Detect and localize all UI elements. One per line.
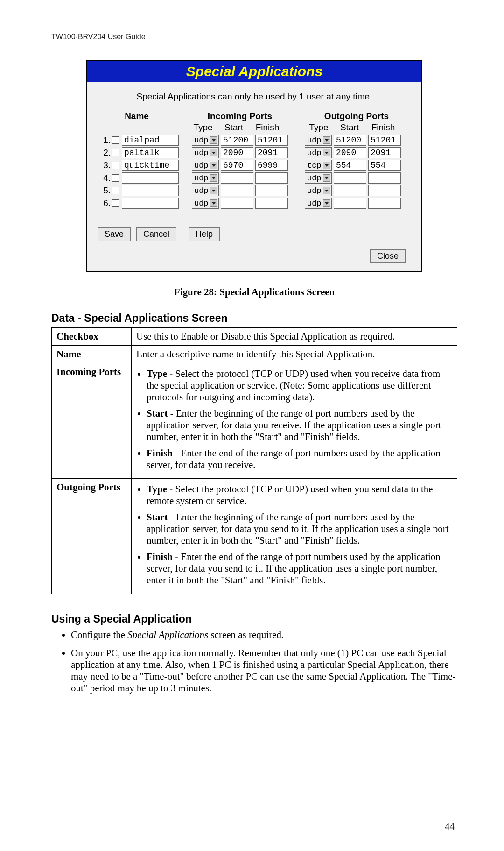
- incoming-finish-item: Finish - Enter the end of the range of p…: [147, 447, 452, 471]
- outgoing-start-input[interactable]: [334, 172, 366, 184]
- col-header-out-finish: Finish: [366, 122, 400, 133]
- incoming-type-select[interactable]: udp: [192, 147, 219, 158]
- row-label-name: Name: [52, 346, 132, 363]
- col-header-out-type: Type: [305, 122, 333, 133]
- row-text-checkbox: Use this to Enable or Disable this Speci…: [132, 328, 457, 346]
- app-row: 1.udpudp: [98, 135, 411, 146]
- outgoing-finish-input[interactable]: [368, 160, 401, 171]
- group-header-outgoing: Outgoing Ports: [306, 111, 407, 121]
- chevron-down-icon: [323, 136, 330, 144]
- outgoing-start-input[interactable]: [334, 135, 366, 146]
- usage-item-1: Configure the Special Applications scree…: [71, 629, 457, 641]
- incoming-start-input[interactable]: [221, 172, 253, 184]
- incoming-start-input[interactable]: [221, 198, 253, 209]
- name-input[interactable]: [122, 172, 179, 184]
- enable-checkbox[interactable]: [112, 199, 119, 207]
- incoming-finish-input[interactable]: [255, 185, 288, 196]
- incoming-finish-input[interactable]: [255, 198, 288, 209]
- outgoing-finish-input[interactable]: [368, 147, 401, 158]
- panel-note: Special Applications can only be used by…: [98, 92, 411, 102]
- incoming-start-input[interactable]: [221, 160, 253, 171]
- enable-checkbox[interactable]: [112, 136, 119, 144]
- incoming-finish-input[interactable]: [255, 135, 288, 146]
- chevron-down-icon: [323, 199, 330, 207]
- chevron-down-icon: [210, 136, 217, 144]
- incoming-start-input[interactable]: [221, 135, 253, 146]
- name-input[interactable]: [122, 160, 179, 171]
- enable-checkbox[interactable]: [112, 162, 119, 169]
- chevron-down-icon: [210, 174, 217, 182]
- chevron-down-icon: [210, 199, 217, 207]
- name-input[interactable]: [122, 147, 179, 158]
- save-button[interactable]: Save: [98, 227, 131, 241]
- row-number: 6.: [98, 198, 112, 208]
- enable-checkbox[interactable]: [112, 149, 119, 156]
- name-input[interactable]: [122, 198, 179, 209]
- outgoing-type-select[interactable]: udp: [305, 198, 332, 209]
- row-label-checkbox: Checkbox: [52, 328, 132, 346]
- incoming-finish-input[interactable]: [255, 172, 288, 184]
- col-header-in-finish: Finish: [251, 122, 284, 133]
- chevron-down-icon: [323, 174, 330, 182]
- outgoing-start-input[interactable]: [334, 198, 366, 209]
- outgoing-start-input[interactable]: [334, 160, 366, 171]
- row-label-incoming: Incoming Ports: [52, 363, 132, 479]
- chevron-down-icon: [210, 149, 217, 156]
- outgoing-type-item: Type - Select the protocol (TCP or UDP) …: [147, 483, 452, 507]
- incoming-type-select[interactable]: udp: [192, 198, 219, 209]
- incoming-type-item: Type - Select the protocol (TCP or UDP) …: [147, 368, 452, 403]
- outgoing-finish-input[interactable]: [368, 185, 401, 196]
- chevron-down-icon: [323, 149, 330, 156]
- cancel-button[interactable]: Cancel: [136, 227, 176, 241]
- row-number: 5.: [98, 185, 112, 196]
- close-button[interactable]: Close: [370, 249, 406, 263]
- name-input[interactable]: [122, 135, 179, 146]
- row-number: 3.: [98, 160, 112, 170]
- outgoing-finish-input[interactable]: [368, 172, 401, 184]
- outgoing-type-select[interactable]: udp: [305, 147, 332, 158]
- outgoing-start-item: Start - Enter the beginning of the range…: [147, 511, 452, 546]
- app-row: 4.udpudp: [98, 172, 411, 184]
- section-usage-heading: Using a Special Application: [51, 613, 457, 625]
- row-label-outgoing: Outgoing Ports: [52, 479, 132, 594]
- outgoing-start-input[interactable]: [334, 185, 366, 196]
- outgoing-type-select[interactable]: udp: [305, 172, 332, 184]
- chevron-down-icon: [323, 187, 330, 194]
- incoming-type-select[interactable]: udp: [192, 135, 219, 146]
- special-applications-panel: Special Applications Special Application…: [86, 60, 422, 272]
- name-input[interactable]: [122, 185, 179, 196]
- outgoing-type-select[interactable]: udp: [305, 185, 332, 196]
- outgoing-start-input[interactable]: [334, 147, 366, 158]
- incoming-finish-input[interactable]: [255, 147, 288, 158]
- figure-caption: Figure 28: Special Applications Screen: [51, 286, 457, 298]
- incoming-start-input[interactable]: [221, 147, 253, 158]
- col-header-out-start: Start: [333, 122, 366, 133]
- panel-title: Special Applications: [87, 61, 421, 82]
- outgoing-finish-input[interactable]: [368, 135, 401, 146]
- enable-checkbox[interactable]: [112, 174, 119, 182]
- outgoing-finish-input[interactable]: [368, 198, 401, 209]
- group-header-incoming: Incoming Ports: [189, 111, 291, 121]
- usage-item-2: On your PC, use the application normally…: [71, 647, 457, 694]
- app-row: 5.udpudp: [98, 185, 411, 196]
- enable-checkbox[interactable]: [112, 187, 119, 194]
- incoming-start-item: Start - Enter the beginning of the range…: [147, 408, 452, 443]
- col-header-in-start: Start: [217, 122, 251, 133]
- incoming-type-select[interactable]: udp: [192, 172, 219, 184]
- row-number: 2.: [98, 148, 112, 158]
- document-page: TW100-BRV204 User Guide Special Applicat…: [0, 0, 504, 851]
- incoming-type-select[interactable]: udp: [192, 160, 219, 171]
- incoming-start-input[interactable]: [221, 185, 253, 196]
- row-number: 4.: [98, 173, 112, 183]
- app-row: 6.udpudp: [98, 198, 411, 209]
- chevron-down-icon: [210, 162, 217, 169]
- app-row: 3.udptcp: [98, 160, 411, 171]
- incoming-finish-input[interactable]: [255, 160, 288, 171]
- incoming-type-select[interactable]: udp: [192, 185, 219, 196]
- app-row: 2.udpudp: [98, 147, 411, 158]
- outgoing-type-select[interactable]: tcp: [305, 160, 332, 171]
- section-data-heading: Data - Special Applications Screen: [51, 312, 457, 325]
- col-header-name: Name: [98, 111, 176, 121]
- help-button[interactable]: Help: [189, 227, 220, 241]
- outgoing-type-select[interactable]: udp: [305, 135, 332, 146]
